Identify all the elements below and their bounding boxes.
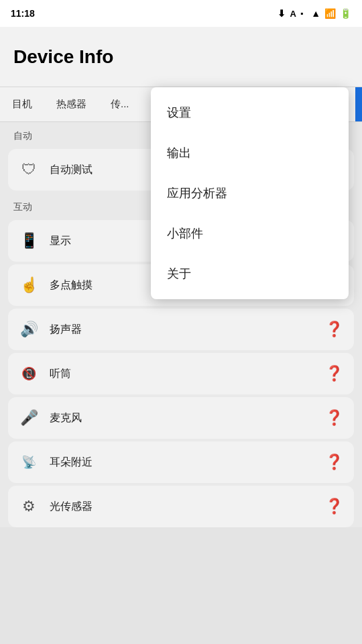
text-icon: A <box>290 9 296 19</box>
status-bar-left: 11:18 <box>11 8 35 19</box>
wifi-icon: ▲ <box>311 8 320 19</box>
dropdown-item-about[interactable]: 关于 <box>151 254 349 294</box>
battery-icon: 🔋 <box>340 8 351 19</box>
status-bar: 11:18 ⬇ A ▪ ▲ 📶 🔋 <box>0 0 362 27</box>
download-icon: ⬇ <box>278 8 286 19</box>
dropdown-item-output[interactable]: 输出 <box>151 133 349 173</box>
dropdown-item-widget[interactable]: 小部件 <box>151 213 349 254</box>
dropdown-item-settings[interactable]: 设置 <box>151 93 349 133</box>
dropdown-item-app-analyzer[interactable]: 应用分析器 <box>151 173 349 213</box>
time-display: 11:18 <box>11 8 35 19</box>
status-bar-right: ⬇ A ▪ ▲ 📶 🔋 <box>278 8 351 19</box>
square-icon: ▪ <box>300 9 303 18</box>
signal-icon: 📶 <box>324 8 336 19</box>
dropdown-menu: 设置 输出 应用分析器 小部件 关于 <box>151 87 349 299</box>
